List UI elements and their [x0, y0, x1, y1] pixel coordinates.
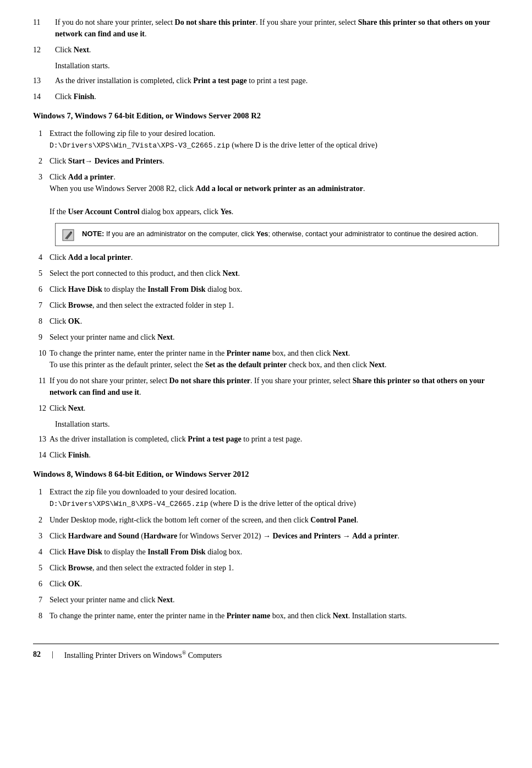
step-number: 14 [33, 449, 50, 461]
win7-step-12: 12 Click Next. [33, 402, 499, 414]
step-number: 7 [33, 594, 50, 606]
footer-computers: Computers [186, 651, 222, 659]
win7-step-6: 6 Click Have Disk to display the Install… [33, 284, 499, 295]
step-text: Click Add a printer. When you use Window… [50, 171, 499, 217]
step-number: 3 [33, 530, 50, 542]
step-text: Click Finish. [55, 91, 499, 102]
step-number: 8 [33, 610, 50, 622]
win7-step-9: 9 Select your printer name and click Nex… [33, 331, 499, 343]
step-number: 7 [33, 299, 50, 311]
step-text: Extract the following zip file to your d… [50, 128, 499, 151]
step-number: 8 [33, 315, 50, 327]
step-text: Click Browse, and then select the extrac… [50, 562, 499, 574]
step-number: 2 [33, 155, 50, 167]
step-number: 1 [33, 128, 50, 139]
step-text: Select your printer name and click Next. [50, 331, 499, 343]
note-box: NOTE: If you are an administrator on the… [55, 223, 499, 246]
win7-step-8: 8 Click OK. [33, 315, 499, 327]
step-number: 13 [33, 75, 55, 86]
step-text: Click Browse, and then select the extrac… [50, 299, 499, 311]
win7-step-11: 11 If you do not share your printer, sel… [33, 375, 499, 398]
win7-step-14: 14 Click Finish. [33, 449, 499, 461]
step-number: 11 [33, 375, 50, 386]
step-number: 6 [33, 284, 50, 295]
footer-text: Installing Printer Drivers on Windows® C… [64, 649, 222, 661]
step-text: Select your printer name and click Next. [50, 594, 499, 606]
win8-step-5: 5 Click Browse, and then select the extr… [33, 562, 499, 574]
win7-step-13: 13 As the driver installation is complet… [33, 433, 499, 445]
win8-section-header: Windows 8, Windows 8 64-bit Edition, or … [33, 469, 499, 481]
step-13-top: 13 As the driver installation is complet… [33, 75, 499, 86]
step-number: 11 [33, 17, 55, 28]
step-text: If you do not share your printer, select… [55, 17, 499, 40]
step-text: If you do not share your printer, select… [50, 375, 499, 398]
step-text: As the driver installation is completed,… [55, 75, 499, 86]
step-text: Extract the zip file you downloaded to y… [50, 486, 499, 510]
step-text: Click Start→ Devices and Printers. [50, 155, 499, 167]
step-text: Click Add a local printer. [50, 252, 499, 263]
code-path: D:\Drivers\XPS\Win_8\XPS-V4_C2665.zip [50, 500, 209, 508]
win7-step-12-sub: Installation starts. [55, 418, 499, 430]
step-text: To change the printer name, enter the pr… [50, 610, 499, 622]
win7-step-4: 4 Click Add a local printer. [33, 252, 499, 263]
step-number: 1 [33, 486, 50, 498]
win8-step-4: 4 Click Have Disk to display the Install… [33, 546, 499, 558]
step-number: 12 [33, 402, 50, 414]
step-text: As the driver installation is completed,… [50, 433, 499, 445]
win7-step-1: 1 Extract the following zip file to your… [33, 128, 499, 151]
step-number: 13 [33, 433, 50, 445]
pencil-icon [62, 229, 74, 241]
win7-section-header: Windows 7, Windows 7 64-bit Edition, or … [33, 110, 499, 122]
step-number: 12 [33, 44, 55, 56]
step-number: 5 [33, 562, 50, 574]
step-number: 5 [33, 268, 50, 279]
step-text: Click Next. [55, 44, 499, 56]
step-number: 3 [33, 171, 50, 183]
step-text: Click Have Disk to display the Install F… [50, 546, 499, 558]
step-number: 4 [33, 546, 50, 558]
note-icon [62, 228, 78, 241]
win7-step-10: 10 To change the printer name, enter the… [33, 347, 499, 371]
step-number: 2 [33, 514, 50, 526]
step-text: Click Finish. [50, 449, 499, 461]
win8-step-3: 3 Click Hardware and Sound (Hardware for… [33, 530, 499, 542]
page-number: 82 [33, 649, 41, 660]
step-number: 9 [33, 331, 50, 343]
note-label: NOTE: [82, 230, 104, 238]
step-14-top: 14 Click Finish. [33, 91, 499, 102]
page-footer: 82 | Installing Printer Drivers on Windo… [33, 644, 499, 661]
code-path: D:\Drivers\XPS\Win_7Vista\XPS-V3_C2665.z… [50, 141, 230, 150]
win8-step-7: 7 Select your printer name and click Nex… [33, 594, 499, 606]
step-text: Select the port connected to this produc… [50, 268, 499, 279]
win7-step-2: 2 Click Start→ Devices and Printers. [33, 155, 499, 167]
step-12-top: 12 Click Next. [33, 44, 499, 56]
win7-step-3: 3 Click Add a printer. When you use Wind… [33, 171, 499, 217]
step-text: Click OK. [50, 578, 499, 590]
step-text: To change the printer name, enter the pr… [50, 347, 499, 371]
note-text: If you are an administrator on the compu… [106, 230, 478, 238]
step-text: Under Desktop mode, right-click the bott… [50, 514, 499, 526]
step-12-sub: Installation starts. [55, 60, 499, 72]
note-content: NOTE: If you are an administrator on the… [82, 228, 478, 239]
win7-step-5: 5 Select the port connected to this prod… [33, 268, 499, 279]
step-number: 6 [33, 578, 50, 590]
step-text: Click Hardware and Sound (Hardware for W… [50, 530, 499, 542]
step-number: 10 [33, 347, 50, 359]
step-number: 4 [33, 252, 50, 263]
step-text: Click Have Disk to display the Install F… [50, 284, 499, 295]
step-11-top: 11 If you do not share your printer, sel… [33, 17, 499, 40]
win8-step-6: 6 Click OK. [33, 578, 499, 590]
win8-step-2: 2 Under Desktop mode, right-click the bo… [33, 514, 499, 526]
win8-step-1: 1 Extract the zip file you downloaded to… [33, 486, 499, 510]
step-text: Click Next. [50, 402, 499, 414]
footer-separator: | [52, 649, 53, 660]
win8-step-8: 8 To change the printer name, enter the … [33, 610, 499, 622]
step-text: Click OK. [50, 315, 499, 327]
win7-step-7: 7 Click Browse, and then select the extr… [33, 299, 499, 311]
step-number: 14 [33, 91, 55, 102]
